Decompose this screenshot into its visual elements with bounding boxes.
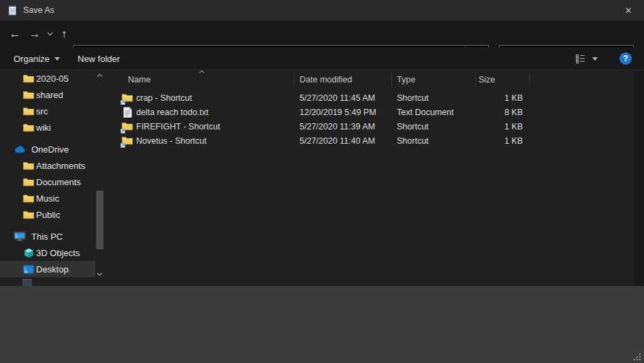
shortcut-arrow-icon bbox=[120, 100, 125, 105]
column-divider[interactable] bbox=[529, 72, 530, 86]
folder-icon bbox=[22, 121, 35, 133]
file-row-novetus-shortcut[interactable]: Novetus - Shortcut 5/27/2020 11:40 AM Sh… bbox=[109, 134, 634, 148]
folder-icon bbox=[22, 176, 35, 188]
command-bar: Organize New folder ? bbox=[0, 48, 644, 70]
sidebar-item-music[interactable]: Music bbox=[0, 190, 95, 206]
window-title: Save As bbox=[23, 5, 54, 15]
close-button[interactable]: ✕ bbox=[613, 0, 644, 20]
sidebar-item-src[interactable]: src bbox=[0, 103, 95, 119]
details-view-icon bbox=[576, 54, 587, 63]
scroll-down-icon[interactable] bbox=[97, 272, 103, 277]
sidebar-item-public[interactable]: Public bbox=[0, 206, 95, 223]
computer-monitor-icon bbox=[14, 230, 26, 242]
sidebar-item-this-pc[interactable]: This PC bbox=[0, 228, 95, 244]
sidebar-item-onedrive[interactable]: OneDrive bbox=[0, 141, 95, 157]
scroll-up-icon[interactable] bbox=[97, 74, 103, 78]
help-button[interactable]: ? bbox=[619, 52, 632, 65]
sidebar-item-shared[interactable]: shared bbox=[0, 86, 95, 103]
column-header-row: Name Date modified Type Size bbox=[109, 70, 634, 89]
folder-icon bbox=[22, 72, 35, 84]
sidebar-item-2020-05[interactable]: 2020-05 bbox=[0, 70, 95, 86]
desktop-icon bbox=[22, 263, 35, 275]
column-divider[interactable] bbox=[294, 72, 295, 86]
change-view-button[interactable] bbox=[576, 48, 598, 69]
column-divider[interactable] bbox=[391, 72, 392, 86]
back-button[interactable]: ← bbox=[5, 20, 25, 48]
sidebar-item-clipped-icon bbox=[22, 279, 32, 286]
sidebar-item-attachments[interactable]: Attachments bbox=[0, 157, 95, 174]
chevron-down-icon bbox=[592, 57, 598, 61]
onedrive-cloud-icon bbox=[14, 143, 26, 155]
column-divider[interactable] bbox=[475, 72, 476, 86]
resize-grip[interactable] bbox=[634, 353, 642, 362]
chevron-down-icon bbox=[54, 57, 60, 61]
file-row-crap-shortcut[interactable]: crap - Shortcut 5/27/2020 11:45 AM Short… bbox=[109, 91, 634, 106]
folder-icon bbox=[22, 105, 35, 117]
folder-icon bbox=[22, 89, 35, 101]
shortcut-folder-icon bbox=[121, 121, 133, 133]
shortcut-arrow-icon bbox=[120, 129, 125, 133]
column-header-name[interactable]: Name bbox=[128, 75, 150, 84]
organize-button[interactable]: Organize bbox=[8, 48, 65, 69]
file-row-delta-reach-todo[interactable]: delta reach todo.txt 12/20/2019 5:49 PM … bbox=[109, 106, 634, 120]
list-right-gutter bbox=[634, 70, 644, 286]
folder-icon bbox=[22, 208, 35, 221]
sidebar-item-wiki[interactable]: wiki bbox=[0, 119, 95, 136]
forward-button[interactable]: → bbox=[26, 20, 44, 48]
folder-icon bbox=[22, 159, 35, 172]
new-folder-button[interactable]: New folder bbox=[71, 48, 127, 69]
column-header-type[interactable]: Type bbox=[397, 75, 415, 84]
sidebar-item-documents[interactable]: Documents bbox=[0, 174, 95, 190]
recent-locations-button[interactable] bbox=[44, 20, 56, 48]
sidebar-item-desktop[interactable]: Desktop bbox=[0, 261, 95, 277]
navigation-bar: ← → ↑ This PC Desktop ↻ bbox=[0, 20, 644, 48]
column-header-date-modified[interactable]: Date modified bbox=[300, 75, 352, 84]
shortcut-folder-icon bbox=[121, 93, 133, 104]
shortcut-arrow-icon bbox=[120, 143, 125, 148]
sort-ascending-icon bbox=[199, 70, 205, 74]
organize-label: Organize bbox=[14, 54, 50, 64]
file-row-firefight-shortcut[interactable]: FIREFIGHT - Shortcut 5/27/2020 11:39 AM … bbox=[109, 120, 634, 134]
save-as-dialog: Save As ✕ ← → ↑ This PC Desktop bbox=[0, 0, 644, 363]
sidebar-item-3d-objects[interactable]: 3D Objects bbox=[0, 244, 95, 261]
scrollbar-thumb[interactable] bbox=[96, 191, 103, 249]
dialog-footer: File name: Save as type: Text Documents … bbox=[0, 286, 644, 363]
up-button[interactable]: ↑ bbox=[56, 20, 72, 48]
shortcut-folder-icon bbox=[121, 136, 133, 147]
chevron-down-icon bbox=[47, 32, 53, 36]
text-document-icon bbox=[121, 107, 133, 119]
3d-cube-icon bbox=[22, 247, 35, 259]
new-folder-label: New folder bbox=[78, 54, 120, 64]
title-bar: Save As ✕ bbox=[0, 0, 644, 20]
sidebar-scrollbar[interactable] bbox=[95, 70, 104, 286]
folder-icon bbox=[22, 192, 35, 204]
notepad-icon bbox=[7, 5, 18, 16]
column-header-size[interactable]: Size bbox=[479, 75, 495, 84]
